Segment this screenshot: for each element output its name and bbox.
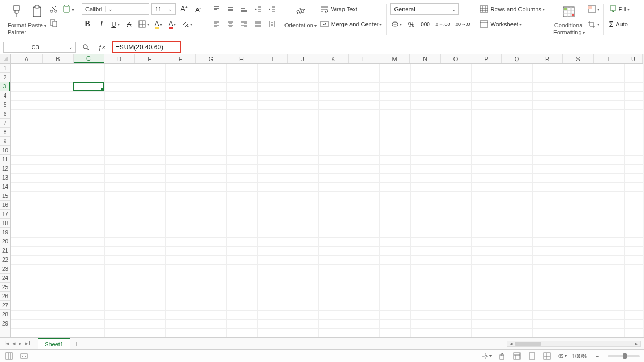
cut-button[interactable] xyxy=(48,3,60,15)
currency-button[interactable]: ▾ xyxy=(390,18,403,30)
row-header[interactable]: 15 xyxy=(0,191,10,201)
worksheet-button[interactable]: Worksheet▾ xyxy=(478,18,524,30)
row-header[interactable]: 14 xyxy=(0,182,10,191)
italic-button[interactable]: I xyxy=(96,18,107,30)
column-header[interactable]: N xyxy=(410,54,441,63)
column-header[interactable]: I xyxy=(257,54,288,63)
merge-center-button[interactable]: Merge and Center▾ xyxy=(318,18,384,30)
row-header[interactable]: 12 xyxy=(0,164,10,173)
horizontal-scrollbar[interactable]: ◂ ▸ xyxy=(79,341,644,347)
copy-button[interactable] xyxy=(48,17,60,29)
column-header[interactable]: L xyxy=(349,54,379,63)
column-header[interactable]: H xyxy=(226,54,257,63)
view-eye-button[interactable]: ▾ xyxy=(557,351,567,361)
status-grid-icon[interactable] xyxy=(4,351,14,361)
cell[interactable]: 120 xyxy=(74,82,104,91)
font-size-select[interactable]: 11⌄ xyxy=(151,3,176,15)
view-normal-button[interactable] xyxy=(512,351,522,361)
sheet-tab-active[interactable]: Sheet1 xyxy=(38,338,70,349)
fill-button[interactable]: Fill▾ xyxy=(607,3,632,15)
row-header[interactable]: 23 xyxy=(0,264,10,274)
select-all-corner[interactable] xyxy=(0,54,11,64)
column-header[interactable]: U xyxy=(624,54,643,63)
align-right-button[interactable] xyxy=(238,18,250,30)
row-header[interactable]: 24 xyxy=(0,274,10,283)
column-header[interactable]: D xyxy=(104,54,135,63)
row-header[interactable]: 16 xyxy=(0,201,10,210)
paste-button[interactable] xyxy=(30,2,44,21)
row-header[interactable]: 29 xyxy=(0,319,10,328)
fx-icon[interactable]: ƒx xyxy=(96,43,107,51)
row-header[interactable]: 19 xyxy=(0,228,10,237)
column-header[interactable]: M xyxy=(379,54,410,63)
formula-input[interactable]: =SUM(20,40,60) xyxy=(112,41,181,53)
zoom-level[interactable]: 100% xyxy=(572,353,587,359)
increase-indent-button[interactable] xyxy=(266,3,278,15)
column-header[interactable]: P xyxy=(471,54,502,63)
row-header[interactable]: 13 xyxy=(0,173,10,182)
cell-styles-button[interactable]: ▾ xyxy=(587,3,601,15)
tab-first-button[interactable]: I◂ xyxy=(4,340,9,347)
view-split-button[interactable] xyxy=(542,351,552,361)
autosum-button[interactable]: ΣAuto xyxy=(607,18,630,30)
column-header[interactable]: Q xyxy=(502,54,532,63)
add-sheet-button[interactable]: + xyxy=(75,339,79,348)
crop-button[interactable]: ▾ xyxy=(587,18,601,30)
row-header[interactable]: 6 xyxy=(0,109,10,119)
row-header[interactable]: 11 xyxy=(0,155,10,164)
expand-formula-icon[interactable] xyxy=(80,43,92,51)
row-header[interactable]: 25 xyxy=(0,283,10,292)
row-header[interactable]: 4 xyxy=(0,91,10,100)
decrease-decimal-button[interactable]: .00→.0 xyxy=(453,18,471,30)
row-header[interactable]: 2 xyxy=(0,73,10,82)
borders-button[interactable]: ▾ xyxy=(137,18,150,30)
row-header[interactable]: 27 xyxy=(0,301,10,310)
status-center-icon[interactable]: ▾ xyxy=(482,351,492,361)
row-header[interactable]: 7 xyxy=(0,119,10,128)
column-header[interactable]: G xyxy=(196,54,226,63)
tab-prev-button[interactable]: ◂ xyxy=(12,340,16,347)
row-header[interactable]: 10 xyxy=(0,146,10,155)
strikethrough-button[interactable]: A xyxy=(123,18,135,30)
align-bottom-button[interactable] xyxy=(238,3,250,15)
row-header[interactable]: 8 xyxy=(0,128,10,137)
column-header[interactable]: K xyxy=(318,54,349,63)
row-header[interactable]: 22 xyxy=(0,255,10,264)
increase-decimal-button[interactable]: .0→.00 xyxy=(433,18,451,30)
column-header[interactable]: E xyxy=(135,54,165,63)
row-header[interactable]: 9 xyxy=(0,137,10,146)
status-export-icon[interactable] xyxy=(497,351,507,361)
shrink-font-button[interactable]: A- xyxy=(192,3,204,15)
column-header[interactable]: F xyxy=(165,54,196,63)
bold-button[interactable]: B xyxy=(82,18,93,30)
row-header[interactable]: 17 xyxy=(0,210,10,219)
align-middle-button[interactable] xyxy=(224,3,236,15)
tab-last-button[interactable]: ▸I xyxy=(25,340,30,347)
paste-special-button[interactable]: ▾ xyxy=(61,3,75,15)
row-header[interactable]: 1 xyxy=(0,64,10,73)
column-header[interactable]: A xyxy=(11,54,43,63)
row-header[interactable]: 26 xyxy=(0,292,10,301)
view-page-button[interactable] xyxy=(527,351,537,361)
column-header[interactable]: J xyxy=(288,54,318,63)
row-header[interactable]: 28 xyxy=(0,310,10,319)
tab-next-button[interactable]: ▸ xyxy=(19,340,22,347)
comma-button[interactable]: 000 xyxy=(419,18,431,30)
format-painter-button[interactable] xyxy=(10,2,24,21)
fill-color-button[interactable]: ▾ xyxy=(180,18,193,30)
wrap-text-button[interactable]: Wrap Text xyxy=(318,3,360,15)
cells-region[interactable]: 120 xyxy=(11,64,643,337)
justify-button[interactable] xyxy=(252,18,264,30)
row-header[interactable]: 18 xyxy=(0,219,10,228)
conditional-formatting-button[interactable] xyxy=(561,2,576,21)
align-center-button[interactable] xyxy=(224,18,236,30)
row-header[interactable]: 5 xyxy=(0,100,10,109)
column-header[interactable]: O xyxy=(441,54,471,63)
column-header[interactable]: C xyxy=(74,54,104,63)
decrease-indent-button[interactable] xyxy=(252,3,264,15)
percent-button[interactable]: % xyxy=(405,18,417,30)
column-header[interactable]: B xyxy=(43,54,74,63)
rows-columns-button[interactable]: Rows and Columns▾ xyxy=(478,3,547,15)
column-header[interactable]: S xyxy=(563,54,594,63)
orientation-button[interactable]: ab xyxy=(293,2,308,21)
